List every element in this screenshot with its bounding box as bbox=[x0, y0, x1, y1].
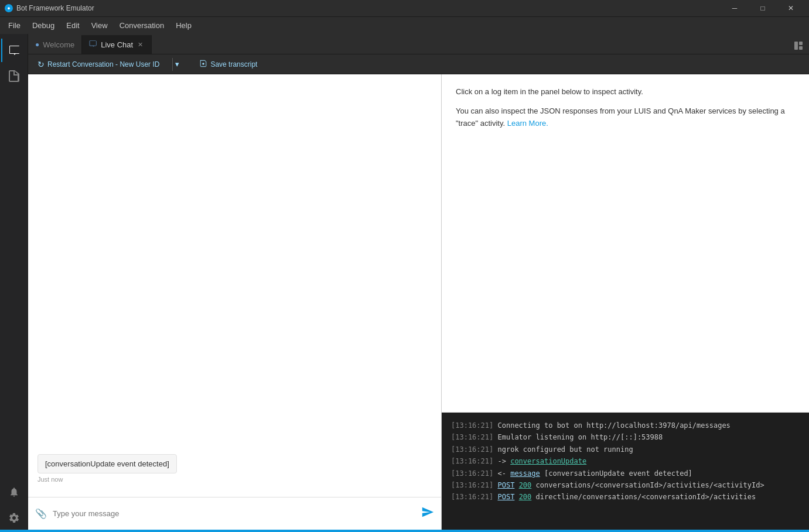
svg-rect-2 bbox=[799, 46, 803, 50]
svg-rect-1 bbox=[799, 42, 803, 45]
menubar: File Debug Edit View Conversation Help bbox=[0, 16, 809, 34]
chat-messages: [conversationUpdate event detected] Just… bbox=[28, 74, 441, 497]
sidebar-document-icon[interactable] bbox=[1, 64, 27, 88]
restart-label: Restart Conversation - New User ID bbox=[47, 60, 159, 68]
tab-livechat[interactable]: Live Chat ✕ bbox=[82, 35, 152, 54]
save-transcript-button[interactable]: Save transcript bbox=[196, 57, 261, 71]
dropdown-arrow-icon: ▾ bbox=[175, 60, 179, 68]
log-line-5: [13:16:21] <- message [conversationUpdat… bbox=[451, 468, 800, 479]
sidebar-bottom bbox=[0, 480, 28, 530]
app-title: Bot Framework Emulator bbox=[16, 4, 94, 12]
learn-more-link[interactable]: Learn More. bbox=[507, 119, 548, 128]
restart-dropdown-button[interactable]: ▾ bbox=[172, 58, 182, 71]
titlebar-left: ● Bot Framework Emulator bbox=[5, 4, 94, 12]
restart-icon: ↻ bbox=[37, 60, 45, 69]
titlebar: ● Bot Framework Emulator ─ □ ✕ bbox=[0, 0, 809, 16]
restart-conversation-button[interactable]: ↻ Restart Conversation - New User ID bbox=[34, 58, 163, 71]
close-button[interactable]: ✕ bbox=[777, 0, 804, 16]
inspector-top: Click on a log item in the panel below t… bbox=[442, 74, 809, 413]
log-post-2[interactable]: POST bbox=[497, 493, 514, 501]
menu-edit[interactable]: Edit bbox=[60, 19, 85, 32]
log-line-2: [13:16:21] Emulator listening on http://… bbox=[451, 431, 800, 443]
save-icon bbox=[199, 59, 207, 69]
chat-timestamp: Just now bbox=[37, 476, 63, 483]
menu-debug[interactable]: Debug bbox=[26, 19, 60, 32]
chat-bubble-text: [conversationUpdate event detected] bbox=[45, 459, 169, 468]
bottom-accent-bar bbox=[0, 530, 809, 532]
menu-file[interactable]: File bbox=[2, 19, 26, 32]
inspector-hint2-text: You can also inspect the JSON responses … bbox=[456, 107, 785, 128]
tab-layout-button[interactable] bbox=[790, 37, 807, 54]
tab-welcome-label: Welcome bbox=[43, 40, 74, 49]
chat-message-item: [conversationUpdate event detected] Just… bbox=[37, 454, 432, 483]
send-icon[interactable] bbox=[421, 506, 434, 521]
svg-rect-0 bbox=[794, 42, 798, 50]
inspector-hint1: Click on a log item in the panel below t… bbox=[456, 86, 795, 98]
toolbar: ↻ Restart Conversation - New User ID ▾ S… bbox=[28, 54, 809, 74]
log-link-message[interactable]: message bbox=[510, 469, 540, 478]
chat-panel: [conversationUpdate event detected] Just… bbox=[28, 74, 442, 530]
sidebar-settings-icon[interactable] bbox=[1, 506, 27, 530]
attach-icon[interactable]: 📎 bbox=[35, 508, 47, 519]
log-link-conversationupdate[interactable]: conversationUpdate bbox=[510, 457, 586, 465]
menu-help[interactable]: Help bbox=[170, 19, 197, 32]
save-label: Save transcript bbox=[210, 60, 257, 68]
inspector-hint2: You can also inspect the JSON responses … bbox=[456, 105, 795, 130]
log-panel: [13:16:21] Connecting to bot on http://l… bbox=[442, 413, 809, 530]
minimize-button[interactable]: ─ bbox=[721, 0, 748, 16]
chat-input-area: 📎 bbox=[28, 497, 441, 530]
menu-conversation[interactable]: Conversation bbox=[114, 19, 170, 32]
app-icon: ● bbox=[5, 4, 13, 12]
log-line-6: [13:16:21] POST 200 conversations/<conve… bbox=[451, 479, 800, 491]
sidebar-chat-icon[interactable] bbox=[1, 39, 27, 62]
log-line-1: [13:16:21] Connecting to bot on http://l… bbox=[451, 420, 800, 431]
titlebar-controls: ─ □ ✕ bbox=[721, 0, 804, 16]
chat-input[interactable] bbox=[53, 509, 415, 518]
log-line-3: [13:16:21] ngrok configured but not runn… bbox=[451, 444, 800, 455]
log-line-7: [13:16:21] POST 200 directline/conversat… bbox=[451, 491, 800, 503]
log-200-2[interactable]: 200 bbox=[519, 493, 532, 501]
chat-bubble: [conversationUpdate event detected] bbox=[37, 454, 177, 473]
inspector-panel: Click on a log item in the panel below t… bbox=[442, 74, 809, 530]
sidebar-bell-icon[interactable] bbox=[1, 480, 27, 504]
app-body: ● Welcome Live Chat ✕ ↻ Restart Conversa… bbox=[0, 34, 809, 530]
maximize-button[interactable]: □ bbox=[749, 0, 776, 16]
log-200-1[interactable]: 200 bbox=[519, 481, 532, 489]
sidebar bbox=[0, 34, 28, 530]
tab-welcome[interactable]: ● Welcome bbox=[28, 35, 82, 54]
menu-view[interactable]: View bbox=[86, 19, 114, 32]
main: ● Welcome Live Chat ✕ ↻ Restart Conversa… bbox=[28, 34, 809, 530]
content: [conversationUpdate event detected] Just… bbox=[28, 74, 809, 530]
sidebar-top bbox=[0, 39, 28, 88]
log-post-1[interactable]: POST bbox=[497, 481, 514, 489]
tab-livechat-close[interactable]: ✕ bbox=[136, 40, 144, 50]
tabs: ● Welcome Live Chat ✕ bbox=[28, 34, 809, 54]
log-line-4: [13:16:21] -> conversationUpdate bbox=[451, 455, 800, 467]
welcome-tab-icon: ● bbox=[35, 40, 39, 49]
livechat-tab-icon bbox=[89, 40, 97, 50]
tab-livechat-label: Live Chat bbox=[101, 40, 133, 49]
